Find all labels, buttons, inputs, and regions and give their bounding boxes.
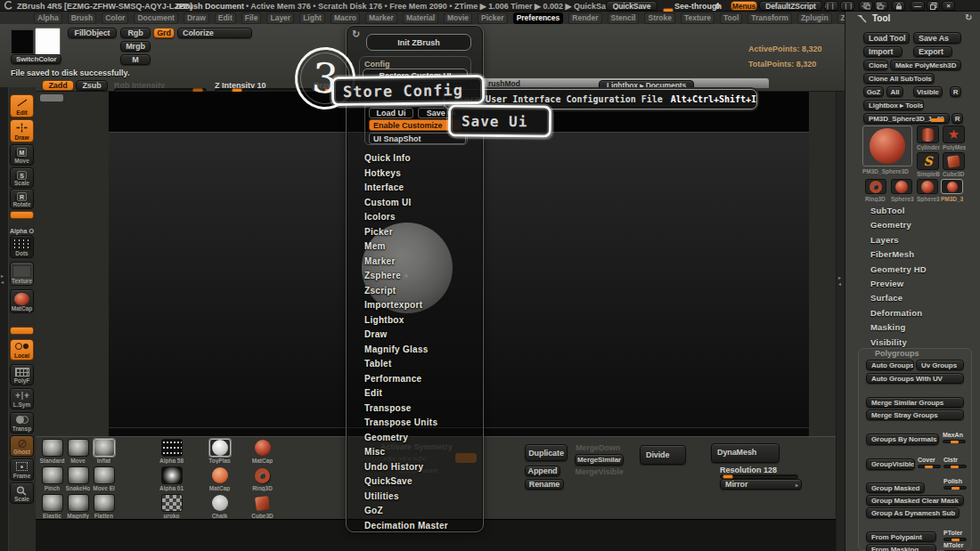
rgb-button[interactable]: Rgb: [120, 28, 151, 38]
preferences-menu-item[interactable]: Magnify Glass: [364, 343, 448, 358]
brush-item[interactable]: Move El: [91, 466, 117, 494]
minimize-button[interactable]: —: [911, 1, 925, 11]
tool-section-header[interactable]: FiberMesh: [870, 247, 927, 262]
auto-groups-with-uv-button[interactable]: Auto Groups With UV: [866, 373, 964, 384]
preferences-menu-item[interactable]: Decimation Master: [364, 519, 448, 534]
tool-section-header[interactable]: Surface: [870, 291, 927, 305]
polish-slider[interactable]: Polish: [943, 478, 967, 490]
uv-groups-button[interactable]: Uv Groups: [916, 360, 964, 370]
alpha-item[interactable]: Alpha 58: [159, 439, 184, 466]
menu-item[interactable]: Marker: [365, 12, 397, 24]
secondary-color-swatch[interactable]: [11, 29, 34, 54]
menu-item[interactable]: Zplugin: [797, 12, 832, 24]
clstr-slider[interactable]: Clstr: [943, 457, 967, 468]
alpha-item[interactable]: Alpha 01: [159, 466, 184, 494]
current-color-swatch[interactable]: [35, 28, 61, 55]
prev-document-button[interactable]: [859, 1, 873, 11]
draw-mode-button[interactable]: Draw: [10, 119, 34, 142]
polygroups-header[interactable]: Polygroups: [875, 349, 919, 358]
switch-color-button[interactable]: SwitchColor: [11, 54, 61, 64]
rename-button[interactable]: Rename: [525, 479, 564, 490]
preferences-menu-item[interactable]: Performance: [364, 372, 448, 387]
restore-button[interactable]: [927, 1, 940, 11]
menu-item[interactable]: Stroke: [644, 12, 674, 24]
preferences-menu-item[interactable]: QuickSave: [364, 474, 448, 490]
menu-item[interactable]: Document: [134, 12, 178, 24]
merge-similar-button[interactable]: MergeSimilar: [575, 454, 624, 466]
preferences-menu-item[interactable]: Marker: [364, 255, 448, 270]
merge-visible-button[interactable]: MergeVisible: [575, 466, 624, 476]
menu-item[interactable]: Color: [102, 12, 128, 24]
preferences-menu-item[interactable]: Quick Info: [364, 151, 448, 166]
tool-section-header[interactable]: Deformation: [870, 306, 927, 320]
scale-zoom-button[interactable]: Scale: [10, 482, 34, 504]
load-ui-button[interactable]: Load Ui: [369, 108, 413, 118]
frame-button[interactable]: Frame: [10, 458, 34, 481]
r-button-top[interactable]: R: [950, 86, 961, 97]
pm3d-selected-thumbnail[interactable]: [941, 179, 963, 194]
preferences-menu-item[interactable]: Interface: [364, 181, 448, 196]
duplicate-button[interactable]: Duplicate: [525, 444, 568, 461]
texture-slot-button[interactable]: Texture: [10, 262, 34, 286]
save-as-button[interactable]: Save As: [913, 32, 961, 44]
menu-item[interactable]: Tool: [720, 12, 742, 24]
tool-section-header[interactable]: Preview: [870, 277, 927, 291]
maxan-slider[interactable]: MaxAn: [943, 432, 966, 443]
edit-mode-button[interactable]: Edit: [10, 94, 34, 117]
colorize-button[interactable]: Colorize: [177, 28, 252, 38]
menu-item[interactable]: Macro: [331, 12, 360, 24]
groupvisible-button[interactable]: GroupVisible: [866, 458, 915, 470]
polymesh-star-thumbnail[interactable]: ★: [943, 126, 965, 143]
default-zscript-button[interactable]: DefaultZScript: [759, 1, 822, 11]
local-symmetry-button[interactable]: Local: [10, 339, 34, 361]
preferences-menu-item[interactable]: Transpose: [364, 401, 448, 417]
material-item[interactable]: MatCap: [207, 466, 233, 494]
menu-item[interactable]: Light: [299, 12, 325, 24]
menu-item[interactable]: Picker: [478, 12, 508, 24]
grd-button[interactable]: Grd: [153, 28, 175, 38]
brush-item[interactable]: Magnify: [65, 494, 91, 522]
menu-item[interactable]: Transform: [747, 12, 792, 24]
active-tool-thumbnail[interactable]: [862, 126, 912, 166]
left-divider-strip[interactable]: ▸◂: [0, 87, 9, 551]
move-mode-button[interactable]: M Move: [10, 144, 34, 166]
merge-similar-groups-button[interactable]: Merge Similar Groups: [866, 397, 964, 408]
ptoler-slider[interactable]: PToler: [943, 530, 967, 541]
preferences-menu-item[interactable]: Importexport: [364, 298, 448, 313]
group-as-dynamesh-sub-button[interactable]: Group As Dynamesh Sub: [866, 507, 960, 518]
cover-slider[interactable]: Cover: [918, 457, 941, 468]
close-button[interactable]: ×: [942, 1, 955, 11]
menu-item[interactable]: Draw: [184, 12, 209, 24]
ghost-button[interactable]: Ghost: [10, 435, 34, 457]
brush-item[interactable]: Move: [65, 439, 91, 466]
fill-object-button[interactable]: FillObject: [68, 28, 117, 38]
transparency-button[interactable]: Transp: [10, 412, 34, 434]
brush-item[interactable]: Standard: [39, 439, 65, 466]
brush-item[interactable]: Inflat: [91, 439, 117, 466]
menu-refresh-icon[interactable]: ↻: [352, 28, 360, 40]
divider-grip[interactable]: [40, 94, 63, 101]
preferences-menu-item[interactable]: Undo History: [364, 460, 448, 475]
cylinder-tool-thumbnail[interactable]: [917, 126, 939, 143]
matcap-slot-button[interactable]: MatCap: [10, 289, 34, 313]
preferences-menu-item[interactable]: Hotkeys: [364, 166, 448, 182]
tool-section-header[interactable]: SubTool: [870, 204, 927, 218]
preferences-menu-item[interactable]: Misc: [364, 445, 448, 460]
menu-item[interactable]: Stencil: [608, 12, 640, 24]
clone-button[interactable]: Clone: [863, 60, 888, 70]
material-item[interactable]: Chalk: [207, 494, 233, 522]
right-divider-arrows-icon[interactable]: ▸◂: [838, 274, 841, 287]
tool-quick-item[interactable]: Cube3D: [249, 494, 275, 522]
preferences-menu-item[interactable]: Lightbox: [364, 313, 448, 328]
all-button[interactable]: All: [886, 86, 903, 97]
menus-toggle-button[interactable]: Menus: [731, 1, 757, 11]
dock-orange-divider-2[interactable]: [10, 327, 34, 335]
scroll-right-button[interactable]: ❘❘❘▸: [840, 1, 854, 11]
visible-button[interactable]: Visible: [913, 86, 943, 97]
zsub-button[interactable]: Zsub: [76, 80, 108, 91]
preferences-menu-item[interactable]: Transpose Units: [364, 416, 448, 431]
goz-button[interactable]: GoZ: [863, 86, 884, 97]
config-group-label[interactable]: Config: [364, 60, 390, 69]
menu-item[interactable]: Material: [403, 12, 438, 24]
tool-quick-item[interactable]: MatCap: [249, 439, 275, 466]
